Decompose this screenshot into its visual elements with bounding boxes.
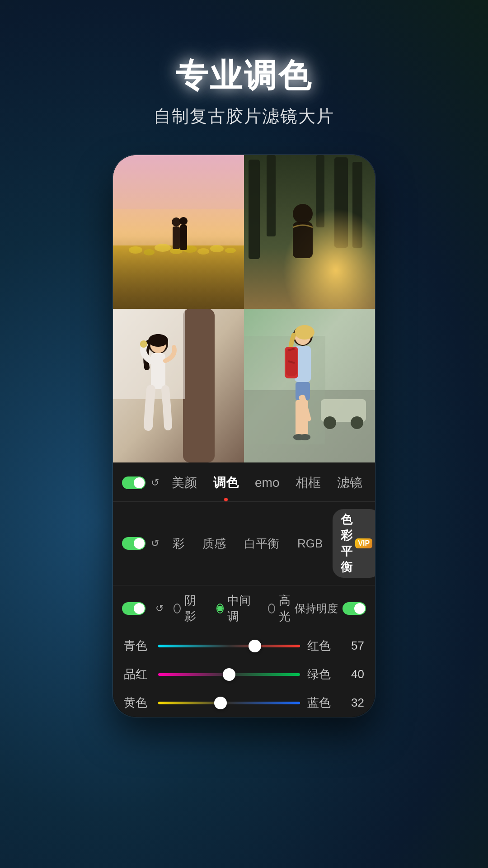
- page-title: 专业调色: [154, 54, 334, 98]
- photo-1-svg: [113, 155, 244, 309]
- radio-midtone-circle: [216, 604, 224, 613]
- radio-highlight[interactable]: 高光: [268, 593, 295, 624]
- radio-highlight-circle: [268, 604, 275, 613]
- tab-emo[interactable]: emo: [248, 473, 286, 493]
- svg-rect-23: [293, 222, 313, 258]
- tab-frame[interactable]: 相框: [288, 472, 328, 494]
- photo-cell-2: [244, 155, 375, 309]
- svg-point-48: [300, 434, 310, 440]
- svg-point-12: [179, 217, 188, 225]
- slider-3-right-label: 蓝色: [307, 695, 334, 711]
- svg-rect-13: [180, 225, 187, 250]
- options-row: ↺ 阴影 中间调 高光 保持明度: [113, 585, 375, 632]
- main-tab-row: ↺ 美颜 调色 emo 相框 滤镜 特效: [113, 462, 375, 502]
- slider-magenta-green-track[interactable]: [158, 673, 300, 676]
- slider-3-value: 32: [342, 696, 364, 710]
- svg-point-36: [324, 416, 336, 429]
- tab-filter[interactable]: 滤镜: [330, 472, 370, 494]
- sub-tab-wb[interactable]: 白平衡: [236, 533, 287, 554]
- svg-point-37: [351, 416, 363, 429]
- svg-point-3: [144, 249, 155, 255]
- refresh-icon[interactable]: ↺: [151, 476, 159, 490]
- radio-group: 阴影 中间调 高光: [174, 593, 295, 624]
- slider-3-left-label: 黄色: [124, 695, 151, 711]
- slider-cyan-red-row: 青色 红色 57: [113, 632, 375, 660]
- slider-magenta-green-thumb[interactable]: [223, 668, 235, 681]
- tab-color[interactable]: 调色: [206, 472, 246, 494]
- photo-cell-3: [113, 309, 244, 462]
- tab-beauty[interactable]: 美颜: [164, 472, 204, 494]
- slider-yellow-blue-track[interactable]: [158, 702, 300, 704]
- svg-point-31: [140, 340, 147, 348]
- page-subtitle: 自制复古胶片滤镜大片: [154, 105, 334, 128]
- radio-midtone[interactable]: 中间调: [216, 593, 252, 624]
- svg-rect-11: [173, 226, 180, 249]
- slider-cyan-red-track[interactable]: [158, 645, 300, 647]
- slider-1-right-label: 红色: [307, 638, 334, 654]
- svg-point-40: [295, 325, 314, 340]
- svg-rect-1: [113, 245, 244, 309]
- sub-tab-colorbalance[interactable]: 色彩平衡 VIP: [333, 509, 375, 578]
- slider-2-left-label: 品红: [124, 666, 151, 682]
- main-toggle[interactable]: [122, 476, 145, 489]
- svg-point-9: [225, 248, 236, 253]
- control-panel: ↺ 美颜 调色 emo 相框 滤镜 特效 ↺ 彩 质感 白平衡 RGB 色彩平衡…: [113, 462, 375, 717]
- svg-point-4: [155, 244, 171, 252]
- brightness-toggle[interactable]: [343, 602, 366, 615]
- sub-refresh-icon[interactable]: ↺: [151, 537, 159, 550]
- slider-magenta-green-row: 品红 绿色 40: [113, 660, 375, 689]
- svg-point-10: [172, 217, 181, 226]
- svg-point-5: [170, 248, 183, 254]
- svg-point-6: [183, 245, 197, 253]
- svg-rect-25: [183, 309, 215, 462]
- phone-mockup: ↺ 美颜 调色 emo 相框 滤镜 特效 ↺ 彩 质感 白平衡 RGB 色彩平衡…: [113, 155, 375, 717]
- sub-toggle[interactable]: [122, 537, 145, 550]
- sub-tab-rgb[interactable]: RGB: [289, 534, 331, 553]
- slider-2-right-label: 绿色: [307, 666, 334, 682]
- slider-2-value: 40: [342, 667, 364, 681]
- header-section: 专业调色 自制复古胶片滤镜大片: [154, 54, 334, 128]
- photo-cell-1: [113, 155, 244, 309]
- photo-grid: [113, 155, 375, 462]
- slider-yellow-blue-row: 黄色 蓝色 32: [113, 689, 375, 717]
- sub-tab-color[interactable]: 彩: [164, 533, 192, 554]
- svg-point-22: [293, 204, 313, 224]
- photo-4-svg: [244, 309, 375, 462]
- options-toggle[interactable]: [122, 602, 145, 615]
- vip-badge: VIP: [355, 538, 372, 548]
- slider-1-value: 57: [342, 639, 364, 653]
- svg-point-7: [197, 248, 209, 255]
- svg-rect-45: [296, 400, 302, 436]
- svg-point-2: [129, 246, 142, 254]
- slider-yellow-blue-thumb[interactable]: [214, 697, 227, 709]
- tab-effect[interactable]: 特效: [371, 472, 375, 494]
- svg-rect-14: [113, 155, 244, 209]
- radio-shadow[interactable]: 阴影: [174, 593, 200, 624]
- svg-point-29: [148, 334, 168, 347]
- sub-tab-texture[interactable]: 质感: [194, 533, 234, 554]
- photo-2-svg: [244, 155, 375, 309]
- options-refresh-icon[interactable]: ↺: [153, 602, 166, 615]
- radio-shadow-circle: [174, 604, 181, 613]
- photo-cell-4: [244, 309, 375, 462]
- svg-point-8: [210, 245, 224, 252]
- keep-brightness: 保持明度: [295, 601, 366, 616]
- slider-1-left-label: 青色: [124, 638, 151, 654]
- sub-tab-row: ↺ 彩 质感 白平衡 RGB 色彩平衡 VIP HSL: [113, 502, 375, 585]
- slider-cyan-red-thumb[interactable]: [249, 640, 261, 652]
- photo-3-svg: [113, 309, 244, 462]
